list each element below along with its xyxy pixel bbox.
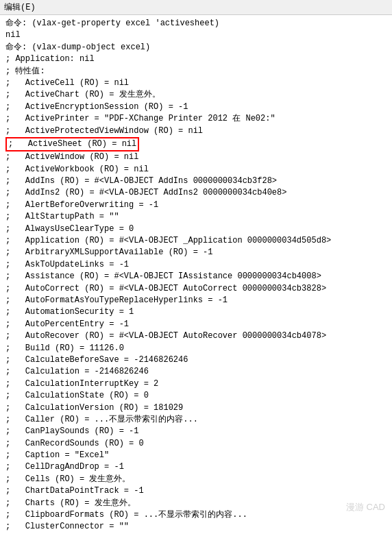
content-line: ; AlwaysUseClearType = 0 xyxy=(5,223,387,235)
content-line: ; Charts (RO) = 发生意外。 xyxy=(5,498,387,509)
highlighted-active-sheet: ; ActiveSheet (RO) = nil xyxy=(5,137,139,151)
content-line: 命令: (vlax-get-property excel 'activeshee… xyxy=(5,18,387,29)
content-line: ; ActiveSheet (RO) = nil xyxy=(5,137,387,151)
content-line: ; Caller (RO) = ...不显示带索引的内容... xyxy=(5,414,387,426)
content-line: ; Calculation = -2146826246 xyxy=(5,366,387,378)
content-line: ; CanPlaySounds (RO) = -1 xyxy=(5,426,387,437)
content-line: ; CalculationVersion (RO) = 181029 xyxy=(5,402,387,414)
content-line: ; ActiveEncryptionSession (RO) = -1 xyxy=(5,101,387,113)
content-line: ; AutoCorrect (RO) = #<VLA-OBJECT AutoCo… xyxy=(5,283,387,295)
content-line: ; AltStartupPath = "" xyxy=(5,211,387,223)
content-line: ; Caption = "Excel" xyxy=(5,450,387,461)
content-line: ; Assistance (RO) = #<VLA-OBJECT IAssist… xyxy=(5,271,387,282)
content-line: ; CanRecordSounds (RO) = 0 xyxy=(5,438,387,450)
content-line: ; Application: nil xyxy=(5,53,387,65)
content-line: 命令: (vlax-dump-object excel) xyxy=(5,42,387,53)
content-line: ; ActiveCell (RO) = nil xyxy=(5,77,387,89)
content-line: ; 特性值: xyxy=(5,66,387,77)
content-line: ; Application (RO) = #<VLA-OBJECT _Appli… xyxy=(5,235,387,247)
content-line: ; Build (RO) = 11126.0 xyxy=(5,343,387,354)
content-line: ; ActiveWorkbook (RO) = nil xyxy=(5,164,387,175)
content-line: ; CalculationState (RO) = 0 xyxy=(5,390,387,402)
content-line: ; AddIns (RO) = #<VLA-OBJECT AddIns 0000… xyxy=(5,175,387,187)
content-line: ; AskToUpdateLinks = -1 xyxy=(5,259,387,271)
content-line: ; AutomationSecurity = 1 xyxy=(5,306,387,318)
content-line: ; ChartDataPointTrack = -1 xyxy=(5,485,387,497)
content-line: ; ActiveChart (RO) = 发生意外。 xyxy=(5,89,387,101)
menu-edit[interactable]: 编辑(E) xyxy=(4,3,36,12)
content-line: ; ArbitraryXMLSupportAvailable (RO) = -1 xyxy=(5,247,387,258)
menu-bar[interactable]: 编辑(E) xyxy=(0,0,392,15)
content-line: ; ActiveWindow (RO) = nil xyxy=(5,151,387,163)
content-line: ; AddIns2 (RO) = #<VLA-OBJECT AddIns2 00… xyxy=(5,187,387,199)
content-line: nil xyxy=(5,29,387,41)
content-line: ; AutoFormatAsYouTypeReplaceHyperlinks =… xyxy=(5,295,387,306)
content-line: ; ClipboardFormats (RO) = ...不显示带索引的内容..… xyxy=(5,509,387,521)
content-line: ; AlertBeforeOverwriting = -1 xyxy=(5,199,387,211)
content-line: ; ActiveProtectedViewWindow (RO) = nil xyxy=(5,125,387,137)
content-area: 命令: (vlax-get-property excel 'activeshee… xyxy=(0,15,392,534)
content-line: ; CellDragAndDrop = -1 xyxy=(5,461,387,473)
content-line: ; Cells (RO) = 发生意外。 xyxy=(5,474,387,485)
content-line: ; ActivePrinter = "PDF-XChange Printer 2… xyxy=(5,113,387,125)
content-line: ; ClusterConnector = "" xyxy=(5,521,387,533)
content-line: ; CalculateBeforeSave = -2146826246 xyxy=(5,354,387,366)
content-line: ; CalculationInterruptKey = 2 xyxy=(5,378,387,390)
content-line: ; AutoRecover (RO) = #<VLA-OBJECT AutoRe… xyxy=(5,330,387,342)
content-line: ; AutoPercentEntry = -1 xyxy=(5,319,387,330)
